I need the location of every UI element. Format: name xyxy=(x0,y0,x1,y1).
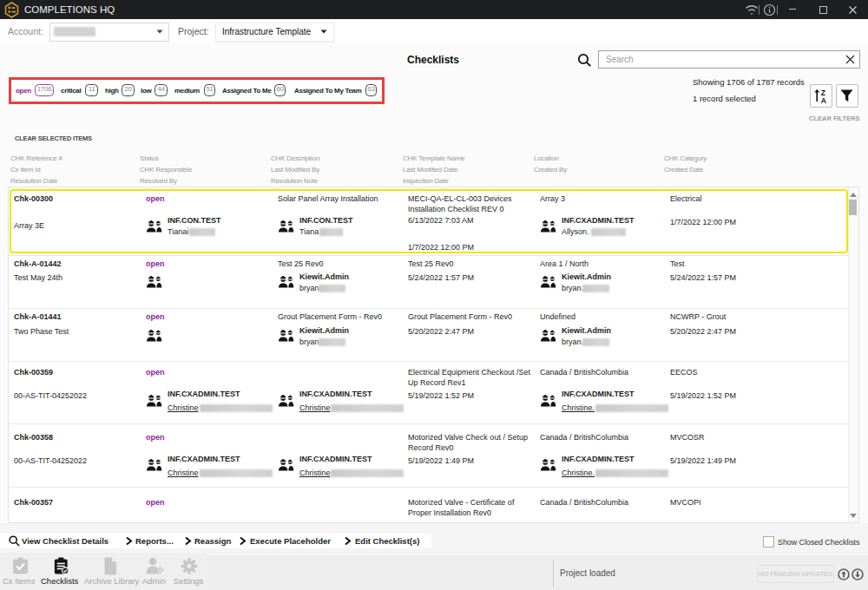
svg-text:A: A xyxy=(821,96,826,105)
